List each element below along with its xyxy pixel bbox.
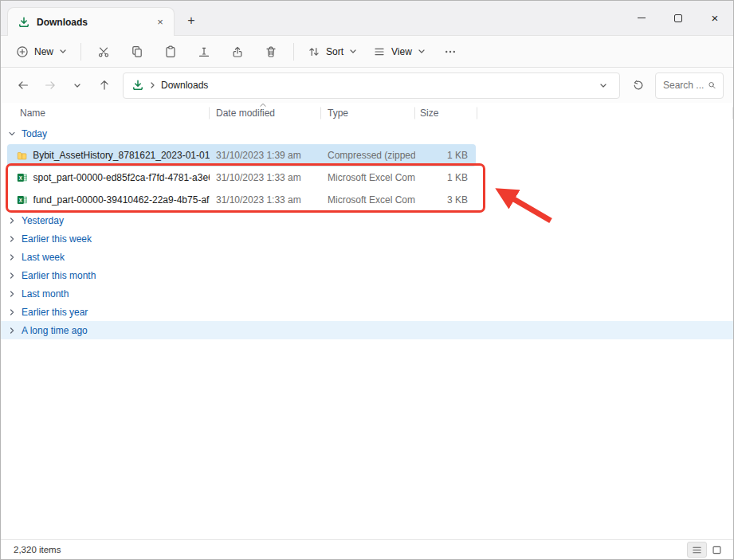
group-header-yesterday[interactable]: Yesterday <box>1 211 733 229</box>
details-view-icon <box>692 545 702 555</box>
chevron-down-icon <box>349 49 357 54</box>
address-dropdown-button[interactable] <box>594 76 613 95</box>
file-row-spot[interactable]: X spot_part-00000-ed85f2ca-f7fd-4781-a3e… <box>7 166 476 189</box>
column-header-row: Name Date modified Type Size <box>1 103 733 123</box>
icons-view-button[interactable] <box>707 542 727 558</box>
rename-icon <box>198 45 210 58</box>
group-label: Earlier this week <box>22 233 92 245</box>
search-icon <box>708 80 716 91</box>
rename-button[interactable] <box>188 39 220 65</box>
group-header-a-long-time-ago[interactable]: A long time ago <box>1 321 733 339</box>
file-type-cell: Microsoft Excel Com... <box>321 172 415 183</box>
file-row-fund[interactable]: X fund_part-00000-39410462-22a9-4b75-afb… <box>7 189 476 211</box>
share-icon <box>231 45 244 58</box>
column-header-name[interactable]: Name <box>1 103 210 123</box>
group-label: Last week <box>22 252 65 263</box>
group-header-earlier-this-year[interactable]: Earlier this year <box>1 303 733 321</box>
sort-ascending-icon <box>259 103 267 108</box>
chevron-right-icon <box>8 217 16 225</box>
group-label: Earlier this year <box>22 307 88 318</box>
downloads-icon <box>131 79 144 92</box>
file-type-cell: Compressed (zipped)... <box>321 150 415 161</box>
share-button[interactable] <box>222 39 253 65</box>
group-label: A long time ago <box>22 325 88 336</box>
group-label: Last month <box>22 288 69 300</box>
chevron-down-icon <box>418 49 426 54</box>
close-tab-icon[interactable]: × <box>153 15 167 29</box>
new-tab-button[interactable]: + <box>181 10 202 31</box>
toolbar-separator <box>293 43 294 61</box>
arrow-left-icon <box>17 79 29 92</box>
toolbar-separator <box>80 43 81 61</box>
view-button[interactable]: View <box>366 41 433 63</box>
group-header-today[interactable]: Today <box>1 123 733 144</box>
downloads-icon <box>18 16 30 29</box>
sort-button[interactable]: Sort <box>300 41 364 63</box>
file-explorer-window: Downloads × + × New <box>0 0 734 560</box>
new-button-label: New <box>34 46 53 57</box>
column-header-type[interactable]: Type <box>321 103 415 123</box>
group-header-last-week[interactable]: Last week <box>1 248 733 266</box>
close-button[interactable]: × <box>697 1 733 35</box>
zip-file-icon <box>17 149 27 162</box>
arrow-up-icon <box>98 79 111 92</box>
recent-locations-button[interactable] <box>65 72 90 98</box>
close-icon: × <box>712 12 719 24</box>
file-row-zip[interactable]: Bybit_AssetHistory_8781621_2023-01-01_20… <box>7 144 476 166</box>
group-header-earlier-this-month[interactable]: Earlier this month <box>1 266 733 284</box>
file-name-cell: X spot_part-00000-ed85f2ca-f7fd-4781-a3e… <box>7 171 210 184</box>
minimize-icon <box>638 18 646 18</box>
group-label: Yesterday <box>22 215 64 226</box>
file-name-cell: Bybit_AssetHistory_8781621_2023-01-01_20… <box>7 149 210 162</box>
chevron-down-icon <box>8 130 16 138</box>
file-list: Today Bybit_AssetHistory_8781621_2023-01… <box>1 123 733 539</box>
file-date-cell: 31/10/2023 1:39 am <box>210 150 321 161</box>
excel-file-icon: X <box>17 171 28 184</box>
svg-text:X: X <box>19 175 23 181</box>
refresh-button[interactable] <box>626 72 651 98</box>
icons-view-icon <box>712 545 722 555</box>
up-button[interactable] <box>92 72 117 98</box>
delete-button[interactable] <box>255 39 287 65</box>
copy-button[interactable] <box>121 39 153 65</box>
file-size-cell: 3 KB <box>415 194 477 206</box>
items-count: 2,320 items <box>14 545 61 554</box>
file-name-cell: X fund_part-00000-39410462-22a9-4b75-afb… <box>7 194 210 206</box>
scissors-icon <box>97 45 110 58</box>
view-button-label: View <box>391 46 412 57</box>
tab-downloads[interactable]: Downloads × <box>7 7 175 36</box>
breadcrumb-downloads[interactable]: Downloads <box>161 80 208 91</box>
ellipsis-icon <box>444 45 457 58</box>
column-header-date-modified[interactable]: Date modified <box>210 103 321 123</box>
column-header-size[interactable]: Size <box>415 103 477 123</box>
back-button[interactable] <box>10 72 36 98</box>
cut-button[interactable] <box>88 39 120 65</box>
chevron-right-icon <box>8 235 16 243</box>
sort-button-label: Sort <box>326 46 343 57</box>
paste-button[interactable] <box>155 39 186 65</box>
chevron-right-icon <box>8 308 16 316</box>
search-box[interactable] <box>655 72 724 99</box>
new-button[interactable]: New <box>9 41 74 63</box>
forward-button[interactable] <box>37 72 63 98</box>
more-options-button[interactable] <box>434 39 466 65</box>
column-header-filler <box>477 103 733 123</box>
tab-title: Downloads <box>37 17 147 28</box>
file-size-cell: 1 KB <box>415 172 477 183</box>
chevron-right-icon <box>8 272 16 280</box>
details-view-button[interactable] <box>687 542 707 558</box>
chevron-down-icon <box>59 49 67 54</box>
file-date-cell: 31/10/2023 1:33 am <box>210 194 321 206</box>
command-toolbar: New <box>1 36 733 68</box>
group-header-earlier-this-week[interactable]: Earlier this week <box>1 229 733 248</box>
arrow-right-icon <box>44 79 57 92</box>
group-header-last-month[interactable]: Last month <box>1 284 733 303</box>
address-bar[interactable]: Downloads <box>123 72 620 99</box>
copy-icon <box>131 45 143 58</box>
chevron-down-icon <box>73 83 81 88</box>
minimize-button[interactable] <box>623 1 660 35</box>
status-bar: 2,320 items <box>1 539 733 559</box>
search-input[interactable] <box>663 80 705 91</box>
excel-file-icon: X <box>17 194 28 206</box>
maximize-button[interactable] <box>660 1 697 35</box>
